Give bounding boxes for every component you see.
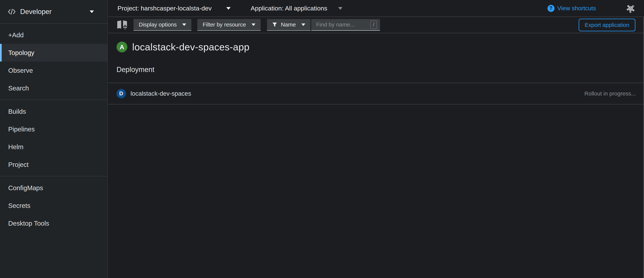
topology-toolbar: Display options Filter by resource Name [108,17,644,33]
display-options-dropdown[interactable]: Display options [134,19,192,31]
find-by-name-input[interactable] [316,21,370,28]
masthead: Project: harshcasper-localsta-dev Applic… [108,0,644,17]
sidebar-item-pipelines[interactable]: Pipelines [0,120,107,138]
caret-down-icon [301,23,305,26]
sidebar-item-search[interactable]: Search [0,79,107,97]
resource-row[interactable]: D localstack-dev-spaces Rollout in progr… [108,83,644,104]
filter-funnel-icon [272,22,277,27]
sidebar-item-observe[interactable]: Observe [0,62,107,79]
topology-list-view: A localstack-dev-spaces-app Deployment D… [108,33,644,104]
view-shortcuts-link[interactable]: ? View shortcuts [548,5,596,12]
name-filter-group: Name / [267,19,380,31]
code-icon [8,8,16,15]
topology-graph-icon[interactable] [626,4,635,13]
slash-shortcut-key: / [370,20,377,29]
application-name[interactable]: localstack-dev-spaces-app [132,41,250,53]
deployment-badge: D [116,89,126,98]
help-icon: ? [548,5,554,12]
view-shortcuts-label: View shortcuts [557,5,596,12]
display-options-label: Display options [139,21,177,28]
resource-kind-heading: Deployment [116,66,644,74]
application-group-heading: A localstack-dev-spaces-app [116,41,644,53]
application-badge: A [116,42,127,52]
name-filter-label: Name [281,21,296,28]
perspective-switcher[interactable]: Developer [0,0,107,24]
chevron-down-icon [226,7,230,10]
chevron-down-icon [338,7,342,10]
chevron-down-icon [90,10,94,13]
catalog-add-icon[interactable] [116,20,128,30]
find-by-name-field: / [311,19,380,31]
resource-list: D localstack-dev-spaces Rollout in progr… [108,83,644,104]
sidebar-item-topology[interactable]: Topology [0,44,107,62]
sidebar-item-builds[interactable]: Builds [0,103,107,120]
sidebar-divider [0,176,107,176]
main-area: Project: harshcasper-localsta-dev Applic… [108,0,644,278]
application-selector[interactable]: Application: All applications [251,5,342,12]
sidebar-item-secrets[interactable]: Secrets [0,197,107,214]
project-selector[interactable]: Project: harshcasper-localsta-dev [118,5,230,12]
caret-down-icon [182,23,186,26]
resource-status: Rollout in progress... [584,90,636,97]
sidebar-item-project[interactable]: Project [0,156,107,173]
masthead-right: ? View shortcuts [548,4,644,13]
sidebar: Developer +Add Topology Observe Search B… [0,0,108,278]
sidebar-item-add[interactable]: +Add [0,26,107,44]
sidebar-item-helm[interactable]: Helm [0,138,107,156]
export-application-button[interactable]: Export application [579,19,636,31]
application-selector-label: Application: All applications [251,5,327,12]
sidebar-item-configmaps[interactable]: ConfigMaps [0,179,107,197]
project-selector-label: Project: harshcasper-localsta-dev [118,5,212,12]
filter-by-resource-dropdown[interactable]: Filter by resource [197,19,261,31]
perspective-label: Developer [20,8,52,16]
resource-name[interactable]: localstack-dev-spaces [130,90,191,97]
filter-by-resource-label: Filter by resource [202,21,246,28]
sidebar-divider [0,100,107,100]
sidebar-item-desktop-tools[interactable]: Desktop Tools [0,214,107,232]
name-filter-dropdown[interactable]: Name [267,19,310,31]
caret-down-icon [252,23,256,26]
sidebar-nav: +Add Topology Observe Search Builds Pipe… [0,24,107,232]
